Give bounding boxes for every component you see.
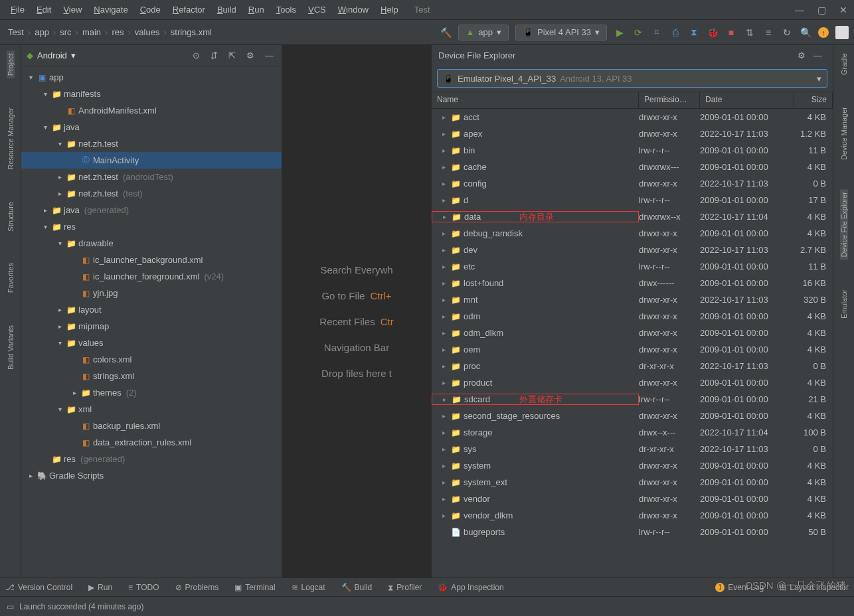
- file-row[interactable]: 📄bugreportslrw-r--r--2009-01-01 00:0050 …: [432, 524, 833, 540]
- tree-item[interactable]: ◧ic_launcher_background.xml: [21, 252, 282, 268]
- breadcrumb-item[interactable]: Test: [5, 26, 27, 38]
- collapse-icon[interactable]: ⇱: [226, 50, 238, 60]
- twisty-icon[interactable]: ▸: [70, 389, 78, 396]
- dfe-device-selector[interactable]: 📱 Emulator Pixel_4_API_33 Android 13, AP…: [437, 69, 827, 88]
- twisty-icon[interactable]: ▸: [440, 462, 448, 469]
- file-row[interactable]: ▸📁lost+founddrwx------2009-01-01 00:0016…: [432, 275, 833, 291]
- col-name[interactable]: Name: [432, 92, 639, 108]
- hide-icon[interactable]: —: [810, 50, 826, 60]
- twisty-icon[interactable]: ▸: [440, 263, 448, 270]
- rail-build-variants[interactable]: Build Variants: [7, 323, 15, 372]
- bottom-build[interactable]: 🔨Build: [341, 583, 373, 592]
- file-row[interactable]: ▸📁second_stage_resourcesdrwxr-xr-x2009-0…: [432, 408, 833, 424]
- bottom-tool-bar[interactable]: ⎇Version Control▶Run≡TODO⊘Problems▣Termi…: [0, 578, 854, 596]
- menu-tools[interactable]: Tools: [272, 3, 300, 17]
- file-row[interactable]: ▸📁binlrw-r--r--2009-01-01 00:0011 B: [432, 142, 833, 159]
- twisty-icon[interactable]: ▸: [440, 362, 448, 370]
- tree-item[interactable]: ▸📁themes(2): [21, 384, 282, 401]
- maximize-icon[interactable]: ▢: [817, 5, 826, 15]
- twisty-icon[interactable]: ▸: [440, 512, 448, 519]
- menu-run[interactable]: Run: [244, 3, 268, 17]
- bottom-terminal[interactable]: ▣Terminal: [234, 583, 275, 592]
- main-menu[interactable]: FileEditViewNavigateCodeRefactorBuildRun…: [7, 3, 402, 17]
- twisty-icon[interactable]: ▸: [440, 495, 448, 502]
- twisty-icon[interactable]: ▸: [440, 279, 448, 287]
- menu-help[interactable]: Help: [377, 3, 402, 17]
- gear-icon[interactable]: ⚙: [794, 50, 810, 60]
- tree-item[interactable]: ▸🐘Gradle Scripts: [21, 467, 282, 484]
- sync-icon[interactable]: ↻: [781, 27, 793, 38]
- tree-item[interactable]: ◧colors.xml: [21, 351, 282, 368]
- tree-item[interactable]: ◧ic_launcher_foreground.xml(v24): [21, 268, 282, 285]
- file-row[interactable]: ▸📁odm_dlkmdrwxr-xr-x2009-01-01 00:004 KB: [432, 325, 833, 341]
- rail-structure[interactable]: Structure: [7, 199, 15, 234]
- twisty-icon[interactable]: ▸: [440, 147, 448, 154]
- tree-item[interactable]: 📁res(generated): [21, 451, 282, 467]
- menu-build[interactable]: Build: [213, 3, 240, 17]
- menu-file[interactable]: File: [7, 3, 29, 17]
- file-row[interactable]: ▸📁system_extdrwxr-xr-x2009-01-01 00:004 …: [432, 474, 833, 491]
- bottom-run[interactable]: ▶Run: [88, 583, 112, 592]
- file-row[interactable]: ▸📁data内存目录drwxrwx--x2022-10-17 11:044 KB: [432, 208, 833, 225]
- tree-item[interactable]: ◧yjn.jpg: [21, 285, 282, 301]
- tree-item[interactable]: ◧AndroidManifest.xml: [21, 102, 282, 119]
- twisty-icon[interactable]: ▾: [56, 240, 64, 247]
- right-tool-rail[interactable]: GradleDevice ManagerDevice File Explorer…: [833, 45, 854, 597]
- file-row[interactable]: ▸📁storagedrwx--x---2022-10-17 11:04100 B: [432, 424, 833, 441]
- menu-refactor[interactable]: Refactor: [169, 3, 209, 17]
- menu-navigate[interactable]: Navigate: [90, 3, 131, 17]
- tree-item[interactable]: ▾📁xml: [21, 401, 282, 418]
- tree-item[interactable]: ▸📁java(generated): [21, 202, 282, 218]
- twisty-icon[interactable]: ▾: [41, 90, 49, 98]
- breadcrumb-item[interactable]: strings.xml: [168, 26, 214, 38]
- close-icon[interactable]: ✕: [839, 5, 847, 15]
- project-tree[interactable]: ▾▣app▾📁manifests◧AndroidManifest.xml▾📁ja…: [21, 66, 282, 597]
- update-badge[interactable]: ↑: [818, 27, 829, 38]
- tree-item[interactable]: ▸📁layout: [21, 301, 282, 318]
- more-icon[interactable]: ≡: [762, 27, 774, 38]
- twisty-icon[interactable]: ▸: [440, 180, 448, 187]
- twisty-icon[interactable]: ▸: [440, 230, 448, 237]
- select-open-icon[interactable]: ⊙: [190, 50, 203, 60]
- file-row[interactable]: ▸📁odmdrwxr-xr-x2009-01-01 00:004 KB: [432, 308, 833, 325]
- breadcrumb[interactable]: Test›app›src›main›res›values›strings.xml: [5, 26, 214, 38]
- bug-icon[interactable]: 🐞: [707, 27, 719, 38]
- debug-icon[interactable]: ⌗: [651, 27, 663, 38]
- rail-project[interactable]: Project: [7, 50, 15, 78]
- breadcrumb-item[interactable]: src: [57, 26, 74, 38]
- tree-item[interactable]: ▸📁mipmap: [21, 318, 282, 335]
- tree-item[interactable]: ▸📁net.zh.test(androidTest): [21, 169, 282, 185]
- tree-item[interactable]: ◧data_extraction_rules.xml: [21, 434, 282, 451]
- twisty-icon[interactable]: ▸: [440, 296, 448, 303]
- col-date[interactable]: Date: [700, 92, 794, 108]
- project-view-selector[interactable]: ◆ Android ▾: [27, 50, 76, 60]
- file-row[interactable]: ▸📁sysdr-xr-xr-x2022-10-17 11:030 B: [432, 441, 833, 457]
- menu-window[interactable]: Window: [334, 3, 373, 17]
- twisty-icon[interactable]: ▸: [440, 114, 448, 121]
- rail-resource-manager[interactable]: Resource Manager: [7, 105, 15, 173]
- twisty-icon[interactable]: ▸: [440, 412, 448, 420]
- col-perm[interactable]: Permissio…: [639, 92, 700, 108]
- dfe-file-list[interactable]: ▸📁acctdrwxr-xr-x2009-01-01 00:004 KB▸📁ap…: [432, 109, 833, 597]
- twisty-icon[interactable]: ▸: [440, 213, 448, 220]
- twisty-icon[interactable]: ▸: [440, 130, 448, 137]
- tree-item[interactable]: ▾📁java: [21, 119, 282, 135]
- tree-item[interactable]: ⒸMainActivity: [21, 152, 282, 169]
- tree-item[interactable]: ▾📁res: [21, 218, 282, 235]
- rail-gradle[interactable]: Gradle: [840, 50, 848, 78]
- file-row[interactable]: ▸📁systemdrwxr-xr-x2009-01-01 00:004 KB: [432, 457, 833, 474]
- device-selector[interactable]: 📱 Pixel 4 API 33 ▾: [515, 25, 607, 40]
- twisty-icon[interactable]: ▸: [56, 323, 64, 330]
- twisty-icon[interactable]: ▸: [440, 479, 448, 486]
- col-size[interactable]: Size: [794, 92, 833, 108]
- tree-item[interactable]: ▾▣app: [21, 69, 282, 86]
- twisty-icon[interactable]: ▸: [440, 163, 448, 171]
- bottom-logcat[interactable]: ≋Logcat: [292, 583, 325, 592]
- file-row[interactable]: ▸📁devdrwxr-xr-x2022-10-17 11:032.7 KB: [432, 242, 833, 258]
- breadcrumb-item[interactable]: main: [80, 26, 104, 38]
- breadcrumb-item[interactable]: res: [109, 26, 126, 38]
- twisty-icon[interactable]: ▸: [440, 445, 448, 453]
- breadcrumb-item[interactable]: app: [32, 26, 52, 38]
- twisty-icon[interactable]: ▸: [440, 329, 448, 337]
- file-row[interactable]: ▸📁oemdrwxr-xr-x2009-01-01 00:004 KB: [432, 341, 833, 358]
